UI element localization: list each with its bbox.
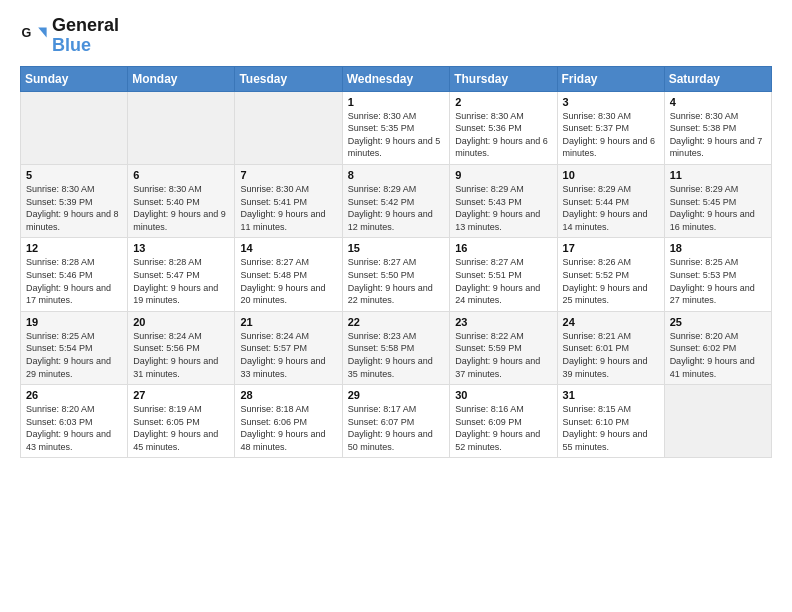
calendar-day: 12Sunrise: 8:28 AM Sunset: 5:46 PM Dayli…: [21, 238, 128, 311]
day-detail: Sunrise: 8:28 AM Sunset: 5:46 PM Dayligh…: [26, 256, 122, 306]
day-number: 22: [348, 316, 445, 328]
day-detail: Sunrise: 8:26 AM Sunset: 5:52 PM Dayligh…: [563, 256, 659, 306]
calendar-day: 17Sunrise: 8:26 AM Sunset: 5:52 PM Dayli…: [557, 238, 664, 311]
day-detail: Sunrise: 8:17 AM Sunset: 6:07 PM Dayligh…: [348, 403, 445, 453]
day-detail: Sunrise: 8:29 AM Sunset: 5:42 PM Dayligh…: [348, 183, 445, 233]
calendar-table: SundayMondayTuesdayWednesdayThursdayFrid…: [20, 66, 772, 459]
day-number: 25: [670, 316, 766, 328]
calendar-day: 31Sunrise: 8:15 AM Sunset: 6:10 PM Dayli…: [557, 385, 664, 458]
day-detail: Sunrise: 8:22 AM Sunset: 5:59 PM Dayligh…: [455, 330, 551, 380]
day-number: 29: [348, 389, 445, 401]
calendar-day: 5Sunrise: 8:30 AM Sunset: 5:39 PM Daylig…: [21, 164, 128, 237]
day-detail: Sunrise: 8:24 AM Sunset: 5:57 PM Dayligh…: [240, 330, 336, 380]
day-number: 1: [348, 96, 445, 108]
day-number: 10: [563, 169, 659, 181]
day-number: 11: [670, 169, 766, 181]
calendar-week-2: 5Sunrise: 8:30 AM Sunset: 5:39 PM Daylig…: [21, 164, 772, 237]
day-detail: Sunrise: 8:30 AM Sunset: 5:39 PM Dayligh…: [26, 183, 122, 233]
day-detail: Sunrise: 8:18 AM Sunset: 6:06 PM Dayligh…: [240, 403, 336, 453]
calendar-day: 24Sunrise: 8:21 AM Sunset: 6:01 PM Dayli…: [557, 311, 664, 384]
calendar-day: 6Sunrise: 8:30 AM Sunset: 5:40 PM Daylig…: [128, 164, 235, 237]
calendar-day: 29Sunrise: 8:17 AM Sunset: 6:07 PM Dayli…: [342, 385, 450, 458]
weekday-header-wednesday: Wednesday: [342, 66, 450, 91]
day-number: 26: [26, 389, 122, 401]
logo-text: General Blue: [52, 16, 119, 56]
day-detail: Sunrise: 8:28 AM Sunset: 5:47 PM Dayligh…: [133, 256, 229, 306]
calendar-day: 19Sunrise: 8:25 AM Sunset: 5:54 PM Dayli…: [21, 311, 128, 384]
weekday-header-sunday: Sunday: [21, 66, 128, 91]
weekday-header-friday: Friday: [557, 66, 664, 91]
day-number: 23: [455, 316, 551, 328]
calendar-day: 16Sunrise: 8:27 AM Sunset: 5:51 PM Dayli…: [450, 238, 557, 311]
day-detail: Sunrise: 8:29 AM Sunset: 5:43 PM Dayligh…: [455, 183, 551, 233]
day-detail: Sunrise: 8:20 AM Sunset: 6:03 PM Dayligh…: [26, 403, 122, 453]
calendar-day: 22Sunrise: 8:23 AM Sunset: 5:58 PM Dayli…: [342, 311, 450, 384]
calendar-week-3: 12Sunrise: 8:28 AM Sunset: 5:46 PM Dayli…: [21, 238, 772, 311]
calendar-day: 4Sunrise: 8:30 AM Sunset: 5:38 PM Daylig…: [664, 91, 771, 164]
day-detail: Sunrise: 8:30 AM Sunset: 5:36 PM Dayligh…: [455, 110, 551, 160]
day-number: 3: [563, 96, 659, 108]
day-detail: Sunrise: 8:23 AM Sunset: 5:58 PM Dayligh…: [348, 330, 445, 380]
calendar-day: 14Sunrise: 8:27 AM Sunset: 5:48 PM Dayli…: [235, 238, 342, 311]
day-number: 21: [240, 316, 336, 328]
day-detail: Sunrise: 8:24 AM Sunset: 5:56 PM Dayligh…: [133, 330, 229, 380]
day-number: 20: [133, 316, 229, 328]
page-header: G General Blue: [20, 16, 772, 56]
weekday-header-saturday: Saturday: [664, 66, 771, 91]
calendar-day: 10Sunrise: 8:29 AM Sunset: 5:44 PM Dayli…: [557, 164, 664, 237]
day-number: 28: [240, 389, 336, 401]
calendar-week-4: 19Sunrise: 8:25 AM Sunset: 5:54 PM Dayli…: [21, 311, 772, 384]
calendar-week-1: 1Sunrise: 8:30 AM Sunset: 5:35 PM Daylig…: [21, 91, 772, 164]
calendar-day: 20Sunrise: 8:24 AM Sunset: 5:56 PM Dayli…: [128, 311, 235, 384]
logo-icon: G: [20, 22, 48, 50]
svg-text:G: G: [21, 26, 31, 40]
calendar-day: 26Sunrise: 8:20 AM Sunset: 6:03 PM Dayli…: [21, 385, 128, 458]
day-detail: Sunrise: 8:29 AM Sunset: 5:44 PM Dayligh…: [563, 183, 659, 233]
day-detail: Sunrise: 8:30 AM Sunset: 5:37 PM Dayligh…: [563, 110, 659, 160]
day-detail: Sunrise: 8:29 AM Sunset: 5:45 PM Dayligh…: [670, 183, 766, 233]
calendar-day: 3Sunrise: 8:30 AM Sunset: 5:37 PM Daylig…: [557, 91, 664, 164]
weekday-header-tuesday: Tuesday: [235, 66, 342, 91]
day-number: 4: [670, 96, 766, 108]
day-number: 31: [563, 389, 659, 401]
calendar-day: 15Sunrise: 8:27 AM Sunset: 5:50 PM Dayli…: [342, 238, 450, 311]
day-number: 19: [26, 316, 122, 328]
calendar-day: [664, 385, 771, 458]
calendar-day: 7Sunrise: 8:30 AM Sunset: 5:41 PM Daylig…: [235, 164, 342, 237]
day-detail: Sunrise: 8:19 AM Sunset: 6:05 PM Dayligh…: [133, 403, 229, 453]
calendar-day: [235, 91, 342, 164]
day-detail: Sunrise: 8:20 AM Sunset: 6:02 PM Dayligh…: [670, 330, 766, 380]
weekday-header-thursday: Thursday: [450, 66, 557, 91]
calendar-day: 1Sunrise: 8:30 AM Sunset: 5:35 PM Daylig…: [342, 91, 450, 164]
day-number: 27: [133, 389, 229, 401]
day-number: 12: [26, 242, 122, 254]
day-detail: Sunrise: 8:27 AM Sunset: 5:48 PM Dayligh…: [240, 256, 336, 306]
day-number: 24: [563, 316, 659, 328]
calendar-day: 18Sunrise: 8:25 AM Sunset: 5:53 PM Dayli…: [664, 238, 771, 311]
day-number: 17: [563, 242, 659, 254]
day-detail: Sunrise: 8:25 AM Sunset: 5:54 PM Dayligh…: [26, 330, 122, 380]
calendar-day: 2Sunrise: 8:30 AM Sunset: 5:36 PM Daylig…: [450, 91, 557, 164]
day-number: 15: [348, 242, 445, 254]
day-number: 5: [26, 169, 122, 181]
calendar-day: [128, 91, 235, 164]
logo: G General Blue: [20, 16, 119, 56]
day-detail: Sunrise: 8:16 AM Sunset: 6:09 PM Dayligh…: [455, 403, 551, 453]
day-detail: Sunrise: 8:30 AM Sunset: 5:35 PM Dayligh…: [348, 110, 445, 160]
day-detail: Sunrise: 8:25 AM Sunset: 5:53 PM Dayligh…: [670, 256, 766, 306]
day-number: 7: [240, 169, 336, 181]
calendar-week-5: 26Sunrise: 8:20 AM Sunset: 6:03 PM Dayli…: [21, 385, 772, 458]
day-number: 9: [455, 169, 551, 181]
day-number: 16: [455, 242, 551, 254]
calendar-day: 30Sunrise: 8:16 AM Sunset: 6:09 PM Dayli…: [450, 385, 557, 458]
day-number: 2: [455, 96, 551, 108]
calendar-day: 23Sunrise: 8:22 AM Sunset: 5:59 PM Dayli…: [450, 311, 557, 384]
day-detail: Sunrise: 8:15 AM Sunset: 6:10 PM Dayligh…: [563, 403, 659, 453]
day-number: 18: [670, 242, 766, 254]
calendar-day: 27Sunrise: 8:19 AM Sunset: 6:05 PM Dayli…: [128, 385, 235, 458]
calendar-day: 13Sunrise: 8:28 AM Sunset: 5:47 PM Dayli…: [128, 238, 235, 311]
calendar-day: 21Sunrise: 8:24 AM Sunset: 5:57 PM Dayli…: [235, 311, 342, 384]
calendar-day: 25Sunrise: 8:20 AM Sunset: 6:02 PM Dayli…: [664, 311, 771, 384]
calendar-day: 28Sunrise: 8:18 AM Sunset: 6:06 PM Dayli…: [235, 385, 342, 458]
weekday-header-row: SundayMondayTuesdayWednesdayThursdayFrid…: [21, 66, 772, 91]
